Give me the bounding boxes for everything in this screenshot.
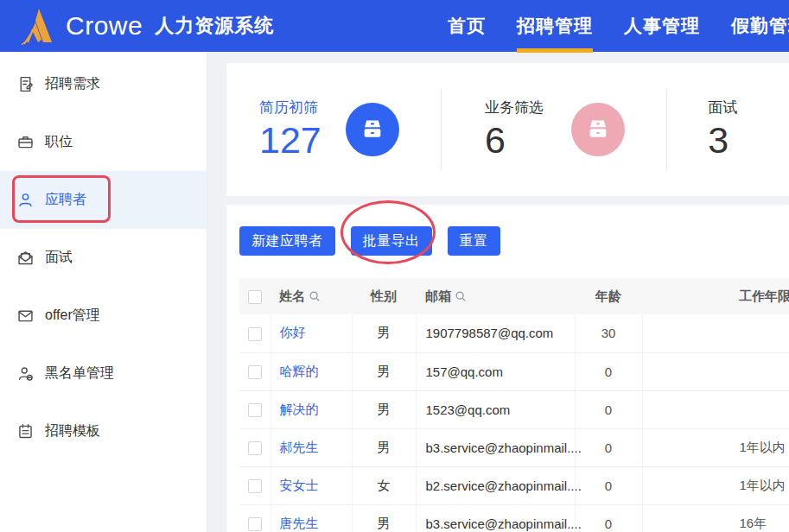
top-nav: 首页 招聘管理 人事管理 假勤管理 [448,0,789,52]
age-cell: 0 [575,390,642,428]
gender-cell: 男 [352,390,416,428]
stat-resume-screening: 简历初筛 127 [226,63,441,196]
row-checkbox[interactable] [248,479,262,493]
gender-cell: 女 [352,466,416,504]
row-checkbox[interactable] [248,441,262,455]
email-cell: b3.service@zhaopinmail.... [416,428,575,466]
sidebar-item-interviews[interactable]: 面试 [0,229,207,287]
person-icon [16,191,35,209]
applicant-name-link[interactable]: 你好 [280,325,306,339]
column-header-gender: 性别 [352,278,416,314]
envelope-icon [16,307,35,325]
sidebar-item-recruit-needs[interactable]: 招聘需求 [0,55,207,113]
reset-button[interactable]: 重置 [448,226,500,256]
sidebar-item-applicants[interactable]: 应聘者 [0,171,207,229]
nav-item-hr[interactable]: 人事管理 [624,0,700,52]
applicant-name-link[interactable]: 安女士 [280,478,319,492]
top-header: Crowe 人力资源系统 首页 招聘管理 人事管理 假勤管理 [0,0,789,52]
archive-icon [346,103,399,156]
table-row: 哈辉的 男 157@qq.com 0 [239,352,789,390]
experience-cell: 1年以内 [642,466,789,504]
nav-item-label: 招聘管理 [517,14,593,38]
stat-value: 127 [259,119,321,162]
stat-value: 6 [485,119,544,162]
age-cell: 0 [575,504,642,532]
email-cell: 1523@qq.com [416,390,575,428]
table-row: 解决的 男 1523@qq.com 0 [239,390,789,428]
person-minus-icon [16,364,35,383]
search-icon[interactable] [309,290,321,302]
sidebar-item-label: 招聘需求 [45,75,100,93]
main-content: 简历初筛 127 业务筛选 6 面试 3 新建 [226,52,789,532]
experience-cell: 1年以内 [642,428,789,466]
column-header-name: 姓名 [279,288,305,305]
gender-cell: 男 [352,352,416,390]
nav-item-recruitment[interactable]: 招聘管理 [517,0,593,52]
archive-icon [571,103,625,156]
briefcase-icon [16,133,35,151]
email-cell: 157@qq.com [416,352,575,390]
sidebar-item-label: 职位 [45,133,73,151]
table-row: 你好 男 1907798587@qq.com 30 [239,314,789,352]
stat-interview: 面试 3 [667,63,789,196]
table-row: 郝先生 男 b3.service@zhaopinmail.... 0 1年以内 [239,428,789,466]
brand-logo[interactable]: Crowe 人力资源系统 [0,7,274,45]
applicants-table-card: 新建应聘者 批量导出 重置 姓名 性别 [226,205,789,532]
search-icon[interactable] [455,290,467,302]
column-header-email: 邮箱 [425,288,451,305]
age-cell: 0 [575,352,642,390]
email-cell: 1907798587@qq.com [416,314,575,352]
crowe-mountain-logo-icon [21,7,57,45]
table-header-row: 姓名 性别 邮箱 年龄 工作年限 [239,278,789,314]
sidebar-item-label: 应聘者 [45,191,86,209]
app-title: 人力资源系统 [155,13,274,39]
mail-open-icon [16,249,35,267]
stat-label: 业务筛选 [485,98,544,117]
email-cell: b3.service@zhaopinmail.... [416,504,575,532]
nav-item-attendance[interactable]: 假勤管理 [731,0,789,52]
column-header-experience: 工作年限 [642,278,789,314]
toolbar: 新建应聘者 批量导出 重置 [239,226,789,256]
sidebar-item-label: 招聘模板 [45,422,100,440]
batch-export-button[interactable]: 批量导出 [351,226,432,256]
gender-cell: 男 [352,314,416,352]
gender-cell: 男 [352,428,416,466]
sidebar-item-recruit-templates[interactable]: 招聘模板 [0,402,207,460]
sidebar-item-label: 面试 [45,249,73,267]
recruitment-stats-card: 简历初筛 127 业务筛选 6 面试 3 [226,63,789,196]
sidebar-item-offer-management[interactable]: offer管理 [0,287,207,345]
row-checkbox[interactable] [248,403,262,417]
applicant-name-link[interactable]: 解决的 [280,402,319,416]
table-row: 唐先生 男 b3.service@zhaopinmail.... 0 16年 [239,504,789,532]
sidebar: 招聘需求 职位 应聘者 面试 offer管理 黑名单管理 招聘模板 [0,52,207,532]
select-all-checkbox[interactable] [248,290,262,304]
age-cell: 0 [575,428,642,466]
table-row: 安女士 女 b2.service@zhaopinmail.... 0 1年以内 [239,466,789,504]
applicant-name-link[interactable]: 唐先生 [280,516,319,530]
experience-cell [642,352,789,390]
active-nav-underline [517,48,593,53]
applicant-name-link[interactable]: 哈辉的 [280,364,319,378]
row-checkbox[interactable] [248,365,262,379]
age-cell: 0 [575,466,642,504]
experience-cell [642,314,789,352]
nav-item-home[interactable]: 首页 [448,0,486,52]
applicants-table: 姓名 性别 邮箱 年龄 工作年限 [239,278,789,532]
row-checkbox[interactable] [248,327,262,341]
sidebar-item-label: offer管理 [45,307,100,325]
clipboard-icon [16,422,35,440]
stat-business-screening: 业务筛选 6 [442,63,666,196]
sidebar-item-positions[interactable]: 职位 [0,113,207,171]
stat-label: 面试 [708,98,737,117]
experience-cell [642,390,789,428]
doc-edit-icon [16,75,35,93]
age-cell: 30 [575,314,642,352]
experience-cell: 16年 [642,504,789,532]
new-applicant-button[interactable]: 新建应聘者 [239,226,335,256]
applicant-name-link[interactable]: 郝先生 [280,440,319,454]
row-checkbox[interactable] [248,517,262,531]
stat-value: 3 [708,119,737,162]
stat-label: 简历初筛 [259,98,321,117]
sidebar-item-blacklist[interactable]: 黑名单管理 [0,345,207,402]
sidebar-item-label: 黑名单管理 [45,364,114,383]
